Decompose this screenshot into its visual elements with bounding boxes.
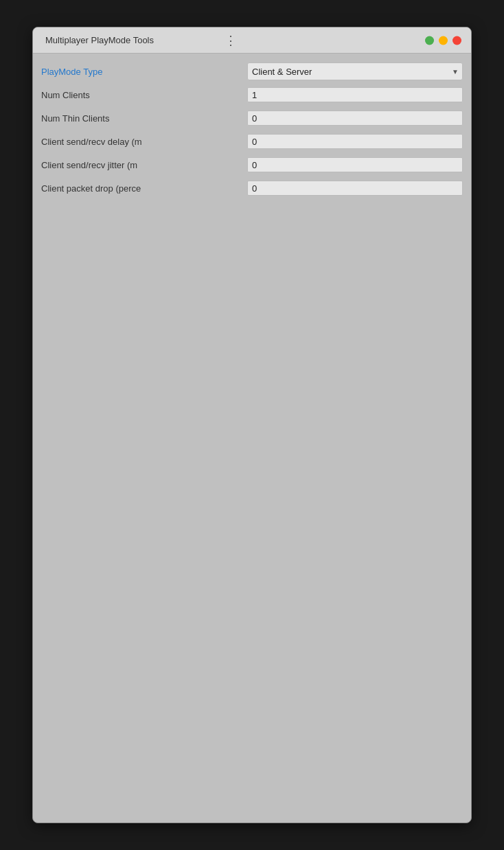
window-title: Multiplayer PlayMode Tools (40, 34, 159, 47)
form-content: PlayMode Type Client & Server Client Ser… (33, 54, 471, 207)
num-clients-row: Num Clients (41, 84, 463, 106)
playmode-type-select-wrapper: Client & Server Client Server ▼ (247, 62, 463, 80)
num-thin-clients-input[interactable] (247, 111, 463, 126)
num-clients-label: Num Clients (41, 90, 247, 100)
dots-icon: ⋮ (225, 33, 238, 48)
green-button[interactable] (425, 36, 434, 45)
num-thin-clients-label: Num Thin Clients (41, 113, 247, 124)
playmode-type-row: PlayMode Type Client & Server Client Ser… (41, 60, 463, 82)
client-packet-drop-label: Client packet drop (perce (41, 183, 247, 194)
client-send-recv-delay-input[interactable] (247, 134, 463, 149)
playmode-type-label: PlayMode Type (41, 67, 247, 77)
client-send-recv-jitter-input[interactable] (247, 157, 463, 172)
num-thin-clients-row: Num Thin Clients (41, 107, 463, 129)
window-controls (425, 36, 461, 45)
client-send-recv-jitter-label: Client send/recv jitter (m (41, 160, 247, 170)
client-send-recv-jitter-row: Client send/recv jitter (m (41, 154, 463, 176)
multiplayer-playmode-window: Multiplayer PlayMode Tools ⋮ PlayMode Ty… (32, 27, 472, 823)
num-clients-input[interactable] (247, 87, 463, 102)
client-packet-drop-row: Client packet drop (perce (41, 177, 463, 199)
client-packet-drop-input[interactable] (247, 181, 463, 196)
yellow-button[interactable] (439, 36, 448, 45)
titlebar: Multiplayer PlayMode Tools ⋮ (33, 27, 471, 54)
client-send-recv-delay-row: Client send/recv delay (m (41, 130, 463, 152)
playmode-type-select[interactable]: Client & Server Client Server (247, 62, 463, 80)
red-button[interactable] (453, 36, 461, 45)
client-send-recv-delay-label: Client send/recv delay (m (41, 137, 247, 147)
